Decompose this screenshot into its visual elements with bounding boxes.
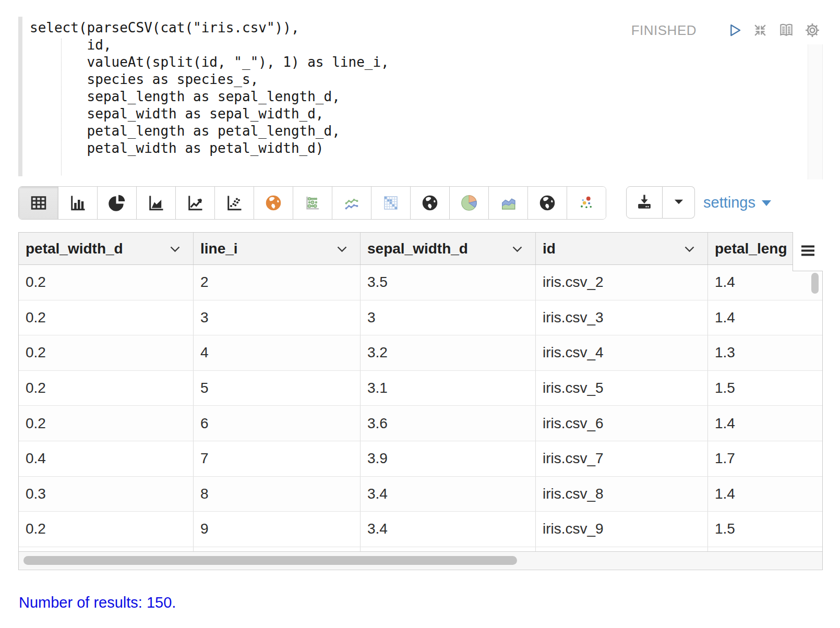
- code-line: petal_width as petal_width_d): [30, 140, 389, 157]
- results-count: Number of results: 150.: [19, 594, 176, 611]
- line-chart-icon: [186, 194, 205, 212]
- grid-menu-button[interactable]: [793, 232, 823, 271]
- table-row: 0.383.4iris.csv_81.4: [19, 477, 822, 512]
- code-line: species as species_s,: [30, 71, 389, 88]
- paragraph-settings-button[interactable]: [804, 22, 821, 39]
- viz-button-stream-chart[interactable]: [488, 187, 527, 219]
- code-line: petal_length as petal_length_d,: [30, 123, 389, 140]
- column-header-petal_width_d[interactable]: petal_width_d: [19, 233, 194, 264]
- table-cell: 3: [361, 300, 536, 335]
- indent-guide: [61, 39, 62, 175]
- paragraph-status-bar: FINISHED: [631, 22, 821, 39]
- table-row: 0.233iris.csv_31.4: [19, 300, 822, 336]
- code-text[interactable]: select(parseCSV(cat("iris.csv")), id, va…: [30, 19, 389, 157]
- caret-down-icon: [672, 195, 686, 210]
- column-header-label: id: [543, 240, 556, 257]
- horizontal-scrollbar-track[interactable]: [19, 551, 822, 569]
- compress-icon: [752, 22, 769, 39]
- chevron-down-icon[interactable]: [337, 246, 347, 252]
- status-badge: FINISHED: [631, 22, 697, 39]
- table-row: 0.253.1iris.csv_51.5: [19, 371, 822, 406]
- scatter-plot-icon: [225, 194, 244, 212]
- table-cell: [361, 547, 536, 551]
- code-line: valueAt(split(id, "_"), 1) as line_i,: [30, 54, 389, 71]
- table-row: 0.223.5iris.csv_21.4: [19, 265, 822, 300]
- table-cell: 1.7: [708, 441, 822, 476]
- column-header-line_i[interactable]: line_i: [194, 233, 361, 264]
- chevron-down-icon[interactable]: [512, 246, 523, 252]
- scatter-matrix-icon: [303, 194, 322, 212]
- column-header-label: petal_leng: [715, 240, 787, 257]
- table-cell: 5: [194, 371, 361, 406]
- table-cell: 3.5: [361, 265, 536, 300]
- column-header-sepal_width_d[interactable]: sepal_width_d: [361, 233, 536, 264]
- download-button[interactable]: [626, 186, 663, 219]
- table-cell: iris.csv_3: [536, 300, 708, 335]
- viz-button-map-viz[interactable]: [254, 187, 293, 219]
- table-cell: 0.2: [19, 300, 194, 335]
- table-row: 0.473.9iris.csv_71.7: [19, 441, 822, 477]
- download-split-button: [626, 186, 695, 219]
- table-cell: 3.4: [361, 512, 536, 547]
- table-cell: 6: [194, 406, 361, 441]
- gear-icon: [804, 22, 821, 39]
- table-row: 0.243.2iris.csv_41.3: [19, 335, 822, 371]
- table-cell: 1.5: [708, 371, 822, 406]
- viz-button-multi-line-chart[interactable]: [332, 187, 371, 219]
- table-cell: 0.4: [19, 441, 194, 476]
- viz-button-pie-color-viz[interactable]: [449, 187, 488, 219]
- table-cell: 1.4: [708, 300, 822, 335]
- settings-toggle[interactable]: settings: [703, 186, 771, 219]
- viz-button-table-view[interactable]: [19, 187, 58, 219]
- download-options-button[interactable]: [663, 186, 695, 219]
- table-cell: 9: [194, 512, 361, 547]
- download-icon: [634, 192, 654, 212]
- table-cell: [19, 547, 194, 551]
- run-button[interactable]: [726, 22, 743, 39]
- table-cell: 3: [194, 300, 361, 335]
- scatter-color-icon: [577, 194, 596, 212]
- table-body: 0.223.5iris.csv_21.40.233iris.csv_31.40.…: [19, 265, 822, 551]
- table-row: 0.263.6iris.csv_61.4: [19, 406, 822, 441]
- column-header-label: petal_width_d: [26, 240, 123, 257]
- column-header-label: line_i: [200, 240, 238, 257]
- table-cell: 3.6: [361, 406, 536, 441]
- chevron-down-icon[interactable]: [684, 246, 695, 252]
- book-icon: [777, 21, 795, 39]
- table-cell: 3.9: [361, 441, 536, 476]
- table-cell: 1.4: [708, 477, 822, 512]
- show-editor-button[interactable]: [777, 22, 795, 39]
- table-cell: 3.4: [361, 477, 536, 512]
- results-table: petal_width_dline_isepal_width_didpetal_…: [18, 232, 823, 570]
- viz-button-globe-viz-2[interactable]: [527, 187, 567, 219]
- settings-label: settings: [703, 194, 755, 211]
- table-cell: iris.csv_7: [536, 441, 708, 476]
- vertical-scrollbar-thumb[interactable]: [811, 273, 819, 294]
- horizontal-scrollbar-thumb[interactable]: [23, 556, 517, 565]
- code-editor[interactable]: select(parseCSV(cat("iris.csv")), id, va…: [18, 16, 823, 178]
- play-icon: [726, 22, 743, 39]
- chevron-down-icon[interactable]: [170, 246, 181, 252]
- table-cell: 0.2: [19, 512, 194, 547]
- viz-button-globe-viz-1[interactable]: [410, 187, 449, 219]
- table-cell: 0.3: [19, 477, 194, 512]
- viz-button-heatmap[interactable]: [371, 187, 410, 219]
- viz-button-bubble-scatter[interactable]: [567, 187, 606, 219]
- editor-scrollbar-track[interactable]: [808, 44, 823, 179]
- column-header-id[interactable]: id: [536, 233, 708, 264]
- code-line: sepal_length as sepal_length_d,: [30, 88, 389, 105]
- table-icon: [29, 194, 48, 212]
- table-cell: 4: [194, 335, 361, 370]
- collapse-output-button[interactable]: [752, 22, 769, 39]
- globe-orange-icon: [264, 194, 283, 212]
- table-cell: 1.5: [708, 512, 822, 547]
- viz-button-scatter-matrix[interactable]: [293, 187, 332, 219]
- viz-button-pie-chart[interactable]: [97, 187, 136, 219]
- multi-line-chart-icon: [342, 194, 361, 212]
- viz-button-bar-chart[interactable]: [58, 187, 97, 219]
- viz-button-line-chart[interactable]: [175, 187, 214, 219]
- viz-button-area-chart[interactable]: [136, 187, 175, 219]
- table-row-clipped: [19, 547, 822, 551]
- viz-button-scatter-plot[interactable]: [214, 187, 254, 219]
- table-cell: iris.csv_6: [536, 406, 708, 441]
